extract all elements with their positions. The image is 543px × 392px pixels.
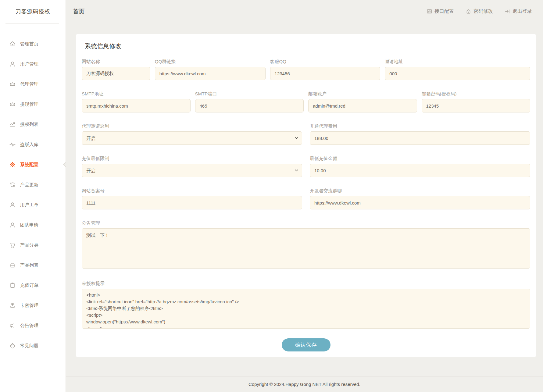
brand-title: 刀客源码授权 [0,0,66,15]
change-password-link[interactable]: 密码修改 [466,8,493,15]
clipboard-icon [9,282,16,289]
crown-icon [9,101,16,108]
agent-open-fee-input[interactable] [310,131,530,145]
sidebar: 刀客源码授权 管理首页用户管理代理管理提现管理授权列表盗版入库系统配置产品更新用… [0,0,66,392]
sidebar-item-agent-management[interactable]: 代理管理 [0,74,66,94]
refresh-icon [9,181,16,188]
agent-open-fee-label: 开通代理费用 [310,123,530,129]
briefcase-icon [9,262,16,269]
card-title: 系统信息修改 [82,40,530,50]
sidebar-item-product-update[interactable]: 产品更新 [0,175,66,195]
sidebar-item-label: 常见问题 [20,343,38,349]
mail-password-label: 邮箱密码(授权码) [422,91,530,97]
developer-group-label: 开发者交流群聊 [310,188,530,194]
sidebar-item-card-key-management[interactable]: 卡密管理 [0,295,66,315]
field-smtp-host: SMTP地址 [82,91,191,112]
user-icon [9,61,16,67]
field-recharge-min-limit: 充值最低限制 开启 [82,156,302,177]
api-config-link[interactable]: 接口配置 [427,8,454,15]
announcement-label: 公告管理 [82,220,530,226]
field-developer-group: 开发者交流群聊 [310,188,530,209]
topbar: 首页 接口配置 密码修改 退出登录 [66,0,543,23]
sidebar-item-withdraw-management[interactable]: 提现管理 [0,94,66,114]
logout-link[interactable]: 退出登录 [505,8,532,15]
sidebar-item-label: 卡密管理 [20,303,38,308]
min-recharge-amount-input[interactable] [310,164,530,177]
copyright-text: Copyright © 2024.Happy Gong NET All righ… [248,382,360,387]
mail-password-input[interactable] [422,99,530,112]
sidebar-item-user-tickets[interactable]: 用户工单 [0,195,66,215]
invite-address-label: 邀请地址 [385,59,530,65]
announcement-textarea[interactable]: 测试一下！ [82,228,530,269]
sidebar-item-user-management[interactable]: 用户管理 [0,54,66,74]
sidebar-item-label: 代理管理 [20,81,38,87]
sidebar-item-team-apply[interactable]: 团队申请 [0,215,66,235]
developer-group-input[interactable] [310,196,530,209]
field-unauthorized-tip: 未授权提示 <html> <link rel="shortcut icon" h… [82,281,530,330]
field-icp-number: 网站备案号 [82,188,302,209]
main-area: 首页 接口配置 密码修改 退出登录 系统信息修改 [66,0,543,392]
stamp-icon [9,302,16,309]
icp-number-label: 网站备案号 [82,188,302,194]
site-name-input[interactable] [82,67,150,80]
unauthorized-tip-label: 未授权提示 [82,281,530,287]
sidebar-item-label: 管理首页 [20,41,38,47]
qq-group-link-label: QQ群链接 [155,59,266,65]
topbar-actions: 接口配置 密码修改 退出登录 [427,8,532,15]
mail-account-label: 邮箱账户 [308,91,417,97]
sidebar-item-label: 用户管理 [20,61,38,67]
agent-invite-rebate-select[interactable]: 开启 [82,131,302,145]
field-agent-invite-rebate: 代理邀请返利 开启 [82,123,302,145]
pulse-icon [9,141,16,148]
sidebar-item-faq[interactable]: 常见问题 [0,336,66,356]
icp-number-input[interactable] [82,196,302,209]
footer: Copyright © 2024.Happy Gong NET All righ… [66,376,543,392]
sidebar-item-license-list[interactable]: 授权列表 [0,114,66,134]
service-qq-input[interactable] [270,67,380,80]
recharge-min-limit-select[interactable]: 开启 [82,164,302,177]
smtp-port-input[interactable] [195,99,304,112]
field-service-qq: 客服QQ [270,59,380,80]
unauthorized-tip-textarea[interactable]: <html> <link rel="shortcut icon" href="h… [82,289,530,329]
save-button[interactable]: 确认保存 [282,338,330,351]
change-password-label: 密码修改 [473,8,493,15]
api-config-icon [427,9,432,14]
sidebar-item-label: 产品列表 [20,262,38,268]
sidebar-item-label: 公告管理 [20,323,38,329]
sidebar-item-label: 系统配置 [20,162,38,168]
field-invite-address: 邀请地址 [385,59,530,80]
recharge-min-limit-label: 充值最低限制 [82,156,302,162]
user-icon [9,222,16,228]
cart-icon [9,242,16,248]
stopwatch-icon [9,342,16,349]
sidebar-item-system-config[interactable]: 系统配置 [0,155,66,175]
qq-group-link-input[interactable] [155,67,266,80]
invite-address-input[interactable] [385,67,530,80]
sidebar-item-label: 用户工单 [20,202,38,208]
service-qq-label: 客服QQ [270,59,380,65]
sidebar-item-piracy-intake[interactable]: 盗版入库 [0,134,66,155]
site-name-label: 网站名称 [82,59,150,65]
mail-account-input[interactable] [308,99,417,112]
smtp-host-label: SMTP地址 [82,91,191,97]
field-mail-password: 邮箱密码(授权码) [422,91,530,112]
button-row: 确认保存 [82,338,530,354]
field-qq-group-link: QQ群链接 [155,59,266,80]
smtp-host-input[interactable] [82,99,191,112]
trend-chart-icon [9,121,16,128]
sidebar-item-label: 授权列表 [20,122,38,127]
sidebar-item-announcement-management[interactable]: 公告管理 [0,315,66,336]
megaphone-icon [9,322,16,329]
sidebar-item-label: 提现管理 [20,102,38,107]
sidebar-item-admin-home[interactable]: 管理首页 [0,34,66,54]
field-announcement: 公告管理 测试一下！ [82,220,530,270]
sidebar-item-recharge-orders[interactable]: 充值订单 [0,275,66,295]
sidebar-item-product-list[interactable]: 产品列表 [0,255,66,275]
gear-icon [9,161,16,168]
sidebar-item-product-category[interactable]: 产品分类 [0,235,66,255]
sidebar-item-label: 产品更新 [20,182,38,188]
form-row-5: 网站备案号 开发者交流群聊 [82,188,530,209]
sidebar-item-label: 产品分类 [20,242,38,248]
field-agent-open-fee: 开通代理费用 [310,123,530,145]
field-min-recharge-amount: 最低充值金额 [310,156,530,177]
